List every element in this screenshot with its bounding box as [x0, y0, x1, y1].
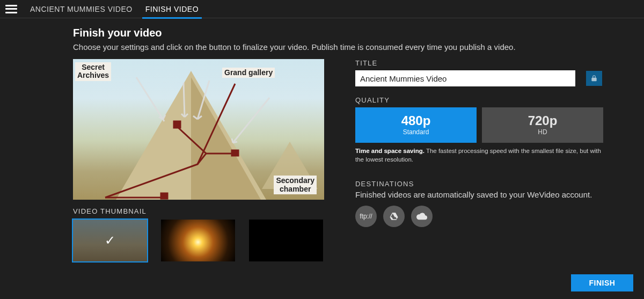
google-drive-icon	[389, 212, 399, 221]
svg-rect-0	[174, 121, 180, 128]
quality-480p-res: 480p	[401, 114, 431, 127]
quality-720p[interactable]: 720p HD	[482, 107, 603, 143]
thumb-black[interactable]	[249, 220, 323, 261]
lock-icon	[590, 75, 598, 82]
finish-page: Finish your video Choose your settings a…	[0, 18, 644, 261]
preview-label-secondary-1: Secondary	[276, 176, 314, 185]
quality-note: Time and space saving. The fastest proce…	[355, 147, 603, 164]
destinations-row: ftp://	[355, 206, 608, 227]
tab-ancient-mummies[interactable]: ANCIENT MUMMIES VIDEO	[30, 0, 133, 18]
thumb-starburst[interactable]	[161, 220, 235, 261]
title-input[interactable]	[355, 70, 575, 86]
quality-480p[interactable]: 480p Standard	[355, 107, 477, 143]
top-bar: ANCIENT MUMMIES VIDEO FINISH VIDEO	[0, 0, 644, 18]
finish-button[interactable]: FINISH	[571, 274, 633, 291]
right-column: TITLE QUALITY 480p Standard 720p HD	[355, 59, 608, 261]
preview-label-secret: Secret Archives	[75, 62, 111, 81]
destination-google-drive[interactable]	[383, 206, 405, 227]
cloud-icon	[416, 213, 427, 220]
privacy-lock-button[interactable]	[586, 71, 602, 86]
preview-label-secondary-2: chamber	[280, 185, 311, 193]
preview-label-secondary: Secondary chamber	[274, 176, 317, 194]
thumbnail-list: ✓	[73, 220, 325, 261]
destinations-desc: Finished videos are automatically saved …	[355, 190, 608, 199]
title-label: TITLE	[355, 59, 608, 67]
destinations-label: DESTINATIONS	[355, 180, 608, 188]
quality-720p-sub: HD	[538, 128, 547, 136]
tab-finish-video[interactable]: FINISH VIDEO	[145, 0, 199, 18]
preview-label-secret-2: Archives	[77, 71, 109, 79]
preview-label-grand: Grand gallery	[222, 68, 275, 78]
quality-480p-sub: Standard	[403, 128, 429, 136]
ftp-label: ftp://	[360, 213, 372, 220]
quality-720p-res: 720p	[528, 114, 558, 127]
destination-ftp[interactable]: ftp://	[355, 206, 377, 227]
preview-label-secret-1: Secret	[82, 63, 105, 71]
thumb-pyramid[interactable]: ✓	[73, 220, 147, 261]
quality-label: QUALITY	[355, 96, 608, 104]
page-title: Finish your video	[73, 27, 644, 39]
svg-rect-1	[232, 150, 238, 156]
page-description: Choose your settings and click on the bu…	[73, 42, 556, 52]
quality-options: 480p Standard 720p HD	[355, 107, 608, 143]
menu-icon[interactable]	[5, 5, 17, 13]
destination-onedrive[interactable]	[411, 206, 433, 227]
thumbnail-header: VIDEO THUMBNAIL	[73, 207, 325, 215]
check-icon: ✓	[105, 233, 115, 248]
left-column: Secret Archives Grand gallery Secondary …	[73, 59, 325, 261]
quality-note-strong: Time and space saving.	[355, 148, 425, 154]
video-preview: Secret Archives Grand gallery Secondary …	[73, 59, 324, 200]
svg-rect-2	[161, 193, 167, 199]
